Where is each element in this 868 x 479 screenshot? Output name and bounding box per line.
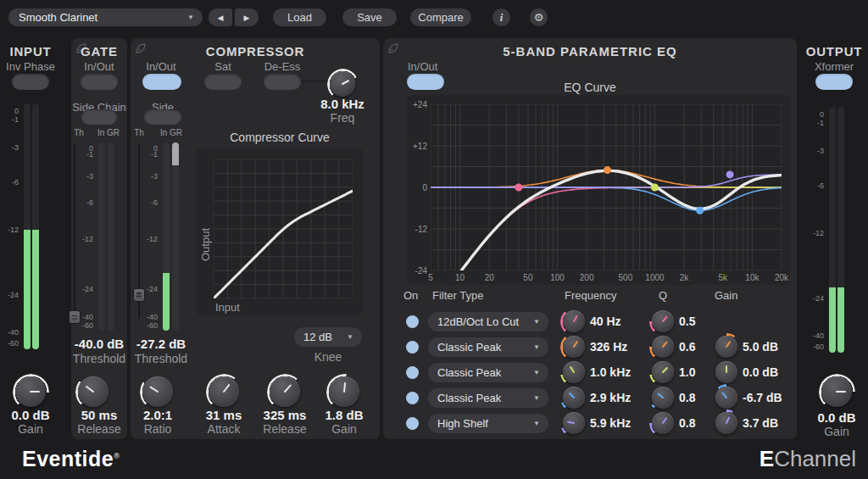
gate-release-knob[interactable] xyxy=(78,376,108,407)
eq-q-value: 0.8 xyxy=(679,416,713,430)
eq-title: 5-BAND PARAMETRIC EQ xyxy=(383,44,797,58)
eq-q-knob[interactable] xyxy=(652,361,674,383)
chevron-down-icon: ▼ xyxy=(533,394,540,402)
eq-band-on-toggle[interactable] xyxy=(406,315,419,328)
input-gain-label: Gain xyxy=(2,422,59,436)
output-gain-knob[interactable] xyxy=(821,376,852,407)
load-button[interactable]: Load xyxy=(273,8,326,26)
preset-prev-button[interactable]: ◀ xyxy=(209,8,232,26)
comp-curve-ylabel: Output xyxy=(199,228,212,261)
eq-q-knob[interactable] xyxy=(652,336,674,358)
deess-freq-knob[interactable] xyxy=(330,71,355,97)
eq-band-on-toggle[interactable] xyxy=(406,392,419,404)
eq-gain-value: -6.7 dB xyxy=(743,391,793,404)
comp-attack-label: Attack xyxy=(198,422,249,436)
eq-freq-value: 2.9 kHz xyxy=(590,391,649,404)
comp-attack-knob[interactable] xyxy=(209,376,239,407)
save-button[interactable]: Save xyxy=(342,8,397,26)
eq-q-knob[interactable] xyxy=(652,412,674,434)
preset-name: Smooth Clarinet xyxy=(19,11,97,24)
comp-gain-knob[interactable] xyxy=(329,376,359,407)
comp-attack-value: 31 ms xyxy=(198,408,249,422)
compare-button[interactable]: Compare xyxy=(410,8,471,26)
eq-freq-knob[interactable] xyxy=(563,336,585,358)
eventide-logo: Eventide® xyxy=(22,447,120,471)
eq-filter-type-dropdown[interactable]: Classic Peak▼ xyxy=(428,388,548,408)
comp-curve-card: Output Input xyxy=(197,148,363,315)
gear-icon[interactable]: ⚙ xyxy=(530,8,548,26)
comp-curve-xlabel: Input xyxy=(215,301,258,314)
knee-dropdown[interactable]: 12 dB ▼ xyxy=(294,327,362,347)
eq-filter-type-value: 12dB/Oct Lo Cut xyxy=(437,315,519,328)
eq-filter-type-dropdown[interactable]: Classic Peak▼ xyxy=(428,363,548,382)
eq-band-on-toggle[interactable] xyxy=(406,417,419,430)
eq-gain-value: 5.0 dB xyxy=(743,340,793,354)
gate-inout-toggle[interactable] xyxy=(81,74,118,90)
eq-freq-knob[interactable] xyxy=(563,310,585,332)
compressor-title: COMPRESSOR xyxy=(131,44,380,58)
eq-filter-type-dropdown[interactable]: 12dB/Oct Lo Cut▼ xyxy=(428,312,548,331)
eq-freq-knob[interactable] xyxy=(563,412,585,434)
eq-band-on-toggle[interactable] xyxy=(406,366,419,379)
comp-sat-toggle[interactable] xyxy=(204,74,242,90)
input-title: INPUT xyxy=(5,44,56,58)
eq-inout-label: In/Out xyxy=(408,60,459,73)
deess-freq-label: Freq xyxy=(313,111,372,125)
eq-gain-knob[interactable] xyxy=(715,336,737,358)
eq-gain-value: 0.0 dB xyxy=(743,365,793,379)
col-header-gain: Gain xyxy=(715,289,737,302)
eq-filter-type-dropdown[interactable]: Classic Peak▼ xyxy=(428,337,548,357)
eq-q-value: 0.8 xyxy=(679,391,713,404)
input-gain-knob[interactable] xyxy=(15,376,46,407)
comp-sat-label: Sat xyxy=(198,60,248,73)
comp-meter: 0-1-3-6-12-24-40-60 xyxy=(141,142,179,331)
comp-gain-label: Gain xyxy=(319,422,370,436)
comp-release-knob[interactable] xyxy=(270,376,300,407)
output-gain-label: Gain xyxy=(807,425,866,438)
output-meter: 0-1-3-6-12-24-40-60 xyxy=(810,107,844,353)
gate-threshold-value: -40.0 dB xyxy=(71,337,127,351)
comp-inout-toggle[interactable] xyxy=(142,74,181,90)
eq-gain-knob[interactable] xyxy=(715,412,737,434)
eq-panel: 5-BAND PARAMETRIC EQ In/Out EQ Curve +24… xyxy=(383,38,797,439)
eq-band-on-toggle[interactable] xyxy=(406,341,419,354)
comp-ratio-value: 2.0:1 xyxy=(132,408,183,422)
gate-title: GATE xyxy=(71,44,127,58)
col-header-frequency: Frequency xyxy=(565,289,616,302)
eq-q-value: 1.0 xyxy=(679,365,713,379)
compressor-curve-plot xyxy=(214,159,353,298)
comp-release-label: Release xyxy=(259,422,310,436)
xformer-label: Xformer xyxy=(804,60,865,73)
gate-panel: GATE In/Out Side Chain Th In GR 0-1-3-6-… xyxy=(71,38,127,439)
chevron-down-icon: ▼ xyxy=(533,318,540,326)
eq-gain-knob[interactable] xyxy=(715,387,737,409)
eq-freq-knob[interactable] xyxy=(563,361,585,383)
comp-gain-value: 1.8 dB xyxy=(319,408,370,422)
eq-curve-plot[interactable] xyxy=(431,104,782,270)
eq-gain-knob[interactable] xyxy=(715,361,737,383)
output-title: OUTPUT xyxy=(804,44,865,58)
eq-q-knob[interactable] xyxy=(652,387,674,409)
inv-phase-toggle[interactable] xyxy=(12,74,49,90)
knee-label: Knee xyxy=(294,350,362,364)
gate-release-value: 50 ms xyxy=(71,408,127,422)
gate-th-header: Th xyxy=(71,128,86,137)
col-header-filter: Filter Type xyxy=(432,289,483,302)
info-icon[interactable]: i xyxy=(492,8,510,26)
eq-freq-knob[interactable] xyxy=(563,387,585,409)
gate-sidechain-toggle[interactable] xyxy=(81,109,117,125)
comp-ratio-knob[interactable] xyxy=(142,376,173,407)
eq-q-value: 0.6 xyxy=(679,340,713,354)
preset-selector[interactable]: Smooth Clarinet ▼ xyxy=(8,8,203,26)
eq-filter-type-dropdown[interactable]: High Shelf▼ xyxy=(428,414,548,433)
comp-deess-toggle[interactable] xyxy=(264,74,301,90)
eq-q-knob[interactable] xyxy=(652,310,674,332)
xformer-toggle[interactable] xyxy=(815,74,853,90)
comp-sidechain-toggle[interactable] xyxy=(144,109,181,125)
comp-release-value: 325 ms xyxy=(259,408,310,422)
gate-release-label: Release xyxy=(71,422,127,436)
col-header-q: Q xyxy=(659,289,667,302)
eq-freq-value: 326 Hz xyxy=(590,340,649,354)
knee-value: 12 dB xyxy=(303,331,332,343)
preset-next-button[interactable]: ▶ xyxy=(235,8,259,26)
